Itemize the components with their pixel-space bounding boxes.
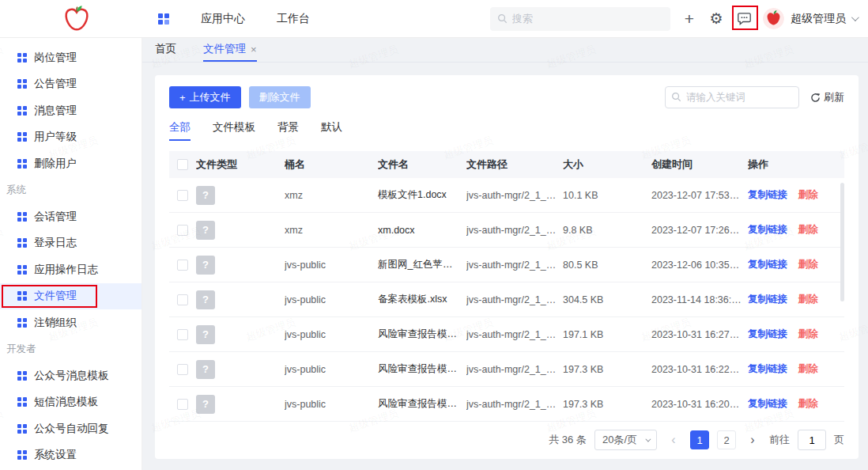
- file-name-cell: 新图网_红色苹果标图...: [378, 258, 466, 271]
- delete-row-button[interactable]: 删除: [798, 294, 817, 305]
- row-checkbox[interactable]: [177, 329, 188, 340]
- sidebar-item-label: 登录日志: [34, 236, 77, 250]
- grid-icon: [17, 212, 27, 222]
- comment-bubble-icon: [737, 11, 752, 26]
- chevron-down-icon[interactable]: [851, 13, 859, 21]
- row-checkbox[interactable]: [177, 190, 188, 201]
- size-cell: 9.8 KB: [563, 225, 651, 236]
- select-all-checkbox[interactable]: [177, 159, 188, 170]
- sidebar-item-0-4[interactable]: 删除用户: [0, 150, 142, 177]
- sidebar-item-1-3[interactable]: 文件管理: [0, 283, 142, 310]
- row-checkbox[interactable]: [177, 294, 188, 305]
- upload-file-button[interactable]: + 上传文件: [169, 86, 241, 108]
- bucket-cell: jvs-public: [285, 364, 378, 375]
- sidebar-item-label: 用户等级: [34, 130, 77, 144]
- bucket-cell: jvs-public: [285, 399, 378, 410]
- total-count: 共 36 条: [549, 433, 587, 447]
- copy-link-button[interactable]: 复制链接: [748, 224, 787, 235]
- goto-label: 前往: [769, 433, 790, 447]
- page-size-select[interactable]: 20条/页: [594, 430, 657, 450]
- copy-link-button[interactable]: 复制链接: [748, 259, 787, 270]
- page-button-1[interactable]: 1: [690, 430, 709, 449]
- sidebar-item-0-3[interactable]: 用户等级: [0, 124, 142, 151]
- upload-label: 上传文件: [190, 90, 231, 104]
- grid-icon: [17, 265, 27, 275]
- keyword-search[interactable]: [665, 86, 799, 108]
- copy-link-button[interactable]: 复制链接: [748, 363, 787, 374]
- global-search-input[interactable]: [490, 7, 670, 31]
- sidebar-item-1-1[interactable]: 登录日志: [0, 230, 142, 257]
- sidebar-item-2-1[interactable]: 短信消息模板: [0, 389, 142, 416]
- page-button-2[interactable]: 2: [717, 430, 736, 449]
- grid-icon: [17, 53, 27, 63]
- user-name[interactable]: 超级管理员: [791, 12, 846, 26]
- filter-tab-default[interactable]: 默认: [321, 120, 342, 141]
- refresh-label: 刷新: [824, 90, 844, 104]
- sidebar-item-2-3[interactable]: 系统设置: [0, 442, 142, 469]
- copy-link-button[interactable]: 复制链接: [748, 189, 787, 200]
- table-row[interactable]: ? jvs-public 风险审查报告模板test... jvs-auth-mg…: [169, 387, 844, 422]
- tab-file-management[interactable]: 文件管理 ×: [203, 38, 257, 62]
- column-header-size: 大小: [563, 157, 651, 172]
- apps-grid-icon[interactable]: [158, 13, 169, 25]
- sidebar-item-1-0[interactable]: 会话管理: [0, 203, 142, 230]
- nav-app-center[interactable]: 应用中心: [201, 12, 245, 26]
- sidebar-item-2-2[interactable]: 公众号自动回复: [0, 415, 142, 442]
- copy-link-button[interactable]: 复制链接: [748, 294, 787, 305]
- message-icon[interactable]: [737, 11, 752, 26]
- keyword-search-input[interactable]: [665, 86, 799, 108]
- table-row[interactable]: ? jvs-public 备案表模板.xlsx jvs-auth-mgr/2_1…: [169, 282, 844, 317]
- row-checkbox[interactable]: [177, 225, 188, 236]
- row-checkbox[interactable]: [177, 364, 188, 375]
- grid-icon: [17, 450, 27, 460]
- nav-workbench[interactable]: 工作台: [277, 12, 310, 26]
- tab-label: 首页: [155, 42, 176, 56]
- file-name-cell: 风险审查报告模板test...: [378, 362, 466, 376]
- sidebar-item-label: 短信消息模板: [34, 395, 98, 409]
- table-row[interactable]: ? jvs-public 风险审查报告模板test... jvs-auth-mg…: [169, 352, 844, 387]
- close-icon[interactable]: ×: [251, 44, 257, 55]
- plus-icon[interactable]: +: [685, 9, 694, 28]
- table-row[interactable]: ? xmz xm.docx jvs-auth-mgr/2_1_8/1/... 9…: [169, 213, 844, 248]
- size-cell: 197.3 KB: [563, 364, 651, 375]
- sidebar-item-0-0[interactable]: 岗位管理: [0, 44, 142, 71]
- refresh-button[interactable]: 刷新: [810, 90, 844, 104]
- sidebar-item-0-1[interactable]: 公告管理: [0, 71, 142, 98]
- delete-row-button[interactable]: 删除: [798, 224, 817, 235]
- page: 超级管理员超级管理员超级管理员超级管理员超级管理员超级管理员超级管理员超级管理员…: [0, 0, 868, 470]
- tab-home[interactable]: 首页: [155, 38, 176, 62]
- search-icon: [671, 92, 681, 102]
- delete-row-button[interactable]: 删除: [798, 259, 817, 270]
- file-type-icon: ?: [196, 395, 215, 414]
- table-row[interactable]: ? jvs-public 新图网_红色苹果标图... jvs-auth-mgr/…: [169, 248, 844, 282]
- table-row[interactable]: ? xmz 模板文件1.docx jvs-auth-mgr/2_1_8/1/..…: [169, 178, 844, 213]
- row-checkbox[interactable]: [177, 399, 188, 410]
- gear-icon[interactable]: ⚙: [707, 9, 726, 28]
- sidebar-item-1-2[interactable]: 应用操作日志: [0, 256, 142, 283]
- bucket-cell: jvs-public: [285, 329, 378, 340]
- sidebar-item-1-4[interactable]: 注销组织: [0, 309, 142, 336]
- sidebar-item-2-0[interactable]: 公众号消息模板: [0, 362, 142, 389]
- created-time-cell: 2023-12-06 10:35:41: [651, 260, 748, 271]
- goto-page-input[interactable]: [798, 430, 826, 450]
- delete-row-button[interactable]: 删除: [798, 328, 817, 339]
- delete-row-button[interactable]: 删除: [798, 189, 817, 200]
- table-row[interactable]: ? jvs-public 风险审查报告模板test... jvs-auth-mg…: [169, 317, 844, 352]
- delete-row-button[interactable]: 删除: [798, 398, 817, 409]
- sidebar-item-0-2[interactable]: 消息管理: [0, 97, 142, 124]
- delete-row-button[interactable]: 删除: [798, 363, 817, 374]
- prev-page-button[interactable]: ‹: [665, 430, 682, 449]
- row-checkbox[interactable]: [177, 260, 188, 271]
- grid-icon: [17, 424, 27, 434]
- sidebar-item-label: 注销组织: [34, 316, 77, 330]
- global-search[interactable]: [490, 7, 670, 31]
- avatar[interactable]: [763, 8, 784, 29]
- table-scrollbar[interactable]: [840, 183, 844, 301]
- filter-tab-all[interactable]: 全部: [169, 120, 191, 141]
- delete-files-button[interactable]: 删除文件: [249, 86, 311, 108]
- next-page-button[interactable]: ›: [744, 430, 761, 449]
- filter-tab-background[interactable]: 背景: [277, 120, 299, 141]
- filter-tab-file-template[interactable]: 文件模板: [213, 120, 255, 141]
- copy-link-button[interactable]: 复制链接: [748, 328, 787, 339]
- copy-link-button[interactable]: 复制链接: [748, 398, 787, 409]
